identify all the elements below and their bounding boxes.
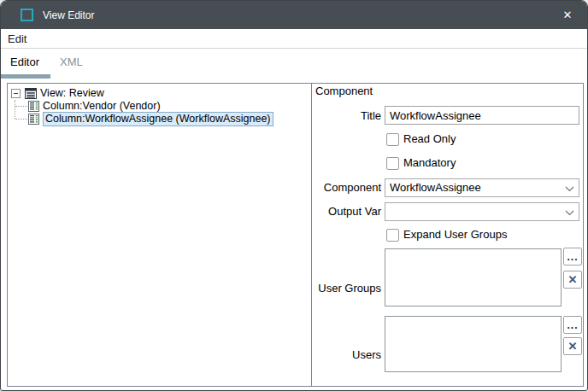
mandatory-label: Mandatory — [403, 156, 456, 169]
tree-item-label[interactable]: View: Review — [40, 87, 104, 100]
component-label: Component — [312, 181, 381, 194]
component-select[interactable]: WorkflowAssignee — [385, 178, 579, 197]
content-area: View: Review — [7, 83, 584, 387]
view-tree-pane: View: Review — [8, 84, 312, 386]
component-properties-pane: Component Title Read Only Mandatory Comp… — [312, 84, 583, 386]
users-clear-button[interactable]: ✕ — [563, 337, 582, 355]
clear-icon: ✕ — [568, 341, 578, 352]
close-icon: ✕ — [563, 9, 573, 21]
read-only-label: Read Only — [403, 132, 456, 145]
tab-editor[interactable]: Editor — [10, 55, 39, 68]
collapse-toggle-icon[interactable] — [11, 89, 21, 98]
tree-guide-line — [15, 106, 27, 107]
tree-item-column-workflowassignee[interactable]: Column:WorkflowAssignee (WorkflowAssigne… — [28, 113, 273, 125]
title-label: Title — [312, 109, 381, 122]
expand-user-groups-checkbox[interactable] — [386, 229, 399, 242]
mandatory-checkbox[interactable] — [386, 157, 399, 170]
column-icon — [28, 101, 39, 112]
expand-user-groups-label: Expand User Groups — [403, 228, 507, 241]
ellipsis-icon: ... — [567, 321, 578, 330]
tree-item-column-vendor[interactable]: Column:Vendor (Vendor) — [28, 100, 161, 113]
clear-icon: ✕ — [568, 274, 578, 285]
panel-header: Component — [315, 85, 373, 97]
user-groups-clear-button[interactable]: ✕ — [563, 271, 582, 289]
user-groups-label: User Groups — [312, 282, 381, 295]
chevron-down-icon — [565, 206, 574, 219]
ellipsis-icon: ... — [567, 253, 578, 261]
read-only-checkbox[interactable] — [386, 133, 399, 146]
tab-xml[interactable]: XML — [60, 55, 83, 68]
view-editor-window: View Editor ✕ Edit Editor XML — [0, 0, 588, 391]
titlebar: View Editor ✕ — [1, 1, 587, 29]
component-select-value: WorkflowAssignee — [390, 179, 565, 196]
users-listbox[interactable] — [385, 316, 562, 372]
tree-item-label-selected[interactable]: Column:WorkflowAssignee (WorkflowAssigne… — [43, 112, 273, 126]
tree-item-label[interactable]: Column:Vendor (Vendor) — [43, 100, 161, 113]
user-groups-browse-button[interactable]: ... — [563, 248, 582, 266]
chevron-down-icon — [565, 182, 574, 195]
output-var-select[interactable] — [385, 202, 579, 221]
tree-item-view-review[interactable]: View: Review — [11, 87, 104, 100]
active-tab-indicator — [1, 74, 50, 79]
close-button[interactable]: ✕ — [548, 1, 587, 29]
menu-item-edit[interactable]: Edit — [8, 32, 26, 45]
output-var-label: Output Var — [312, 205, 381, 218]
view-icon — [25, 88, 37, 99]
tree-guide-line — [15, 119, 27, 120]
users-label: Users — [312, 348, 381, 361]
menubar: Edit — [1, 29, 587, 49]
window-title: View Editor — [43, 9, 94, 21]
users-browse-button[interactable]: ... — [563, 316, 582, 334]
user-groups-listbox[interactable] — [385, 248, 562, 306]
title-input[interactable] — [385, 106, 579, 125]
column-icon — [28, 114, 39, 125]
tab-bar: Editor XML — [1, 49, 587, 82]
tree-guide-line — [15, 100, 15, 119]
app-icon — [21, 9, 33, 21]
